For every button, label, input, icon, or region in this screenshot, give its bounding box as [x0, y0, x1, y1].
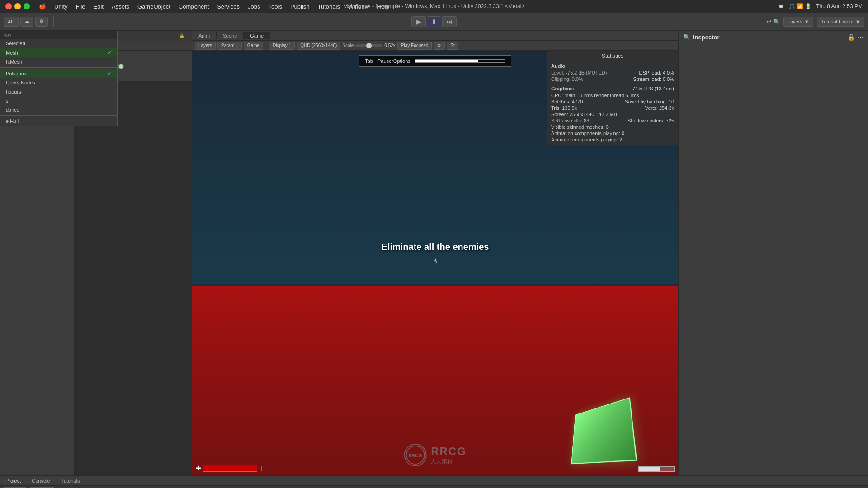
anim-menu-icon: ⋯ [185, 33, 190, 38]
maximize-button[interactable] [24, 3, 30, 9]
ctx-divider-1 [0, 67, 117, 68]
apple-menu[interactable]: 🍎 [39, 3, 46, 10]
console-tab[interactable]: Console [26, 477, 55, 484]
resolution-btn[interactable]: QHD (2560x1440) [297, 42, 340, 50]
watermark-text-group: RRCG 人人素材 [431, 445, 467, 465]
menu-assets[interactable]: Assets [112, 3, 129, 10]
inspector-lock-icon[interactable]: 🔓 [848, 34, 855, 41]
search-icon[interactable]: 🔍 [773, 19, 780, 25]
health-bar: ✚ | [196, 465, 262, 472]
crosshair [430, 257, 441, 270]
ctx-hbours-label: hbours [6, 89, 21, 94]
watermark-subtitle: 人人素材 [431, 458, 467, 465]
settings-button[interactable]: ⚙ [35, 17, 48, 27]
console-toolbar: Clear ▼ Collapse ⊗ 2 ⚠ 1 ℹ 0 [0, 486, 868, 488]
watermark-title: RRCG [431, 445, 467, 458]
bottom-tabs: Project Console Tutorials [0, 476, 868, 486]
ctx-s[interactable]: s [0, 96, 117, 105]
ctx-htmesh[interactable]: htMesh [0, 57, 117, 66]
setpass-row: SetPass calls: 83 Shadow casters: 725 [551, 117, 674, 124]
menu-jobs[interactable]: Jobs [248, 3, 260, 10]
pause-button[interactable]: ⏸ [427, 16, 441, 27]
toolbar-sep-1 [53, 16, 54, 27]
verts-label: Verts: 254.3k [645, 105, 674, 111]
hierarchy-panel: Hier + 🔍 ≡ tion Selected Mesh ✓ [0, 31, 75, 475]
play-button[interactable]: ▶ [411, 16, 426, 27]
menu-tutorials[interactable]: Tutorials [318, 3, 340, 10]
stream-load: Stream load: 0.0% [633, 76, 675, 82]
ctx-selected[interactable]: Selected [0, 39, 117, 48]
stats-title: Statistics [547, 51, 678, 61]
center-area: ▶ Anim 🔒 ⋯ Layers Param Name ◇ OnDamag..… [75, 31, 678, 475]
inspector-controls: 🔓 ⋯ [848, 34, 863, 41]
weapon-box [571, 397, 637, 464]
visible-skinned: Visible skinned meshes: 6 [551, 124, 609, 130]
ctx-hbours[interactable]: hbours [0, 87, 117, 96]
menu-gameobject[interactable]: GameObject [137, 3, 170, 10]
gear-icon: ⚙ [39, 19, 44, 24]
menu-file[interactable]: File [76, 3, 85, 10]
close-button[interactable] [5, 3, 12, 9]
undo-icon: ↩ [767, 19, 771, 25]
gizmos-btn[interactable]: ⚙ [434, 42, 445, 50]
tutorials-tab[interactable]: Tutorials [56, 477, 85, 484]
scale-knob[interactable] [366, 43, 372, 48]
account-button[interactable]: AU [4, 17, 19, 27]
graphics-label: Graphics: [551, 86, 574, 91]
display-btn[interactable]: Display 1 [269, 42, 295, 50]
game-params-btn[interactable]: Param... [217, 42, 242, 50]
layout-chevron-icon: ▼ [855, 19, 860, 24]
game-view[interactable]: Tab PauserOptions [192, 51, 678, 475]
title-bar: 🍎 Unity File Edit Assets GameObject Comp… [0, 0, 868, 13]
cloud-button[interactable]: ☁ [20, 17, 33, 27]
menu-component[interactable]: Component [179, 3, 209, 10]
minimize-button[interactable] [14, 3, 21, 9]
scale-label: Scale [342, 43, 354, 48]
menu-tools[interactable]: Tools [269, 3, 282, 10]
pause-options-label: PauserOptions [377, 58, 410, 64]
audio-level-row: Level: -75.2 dB (MUTED) DSP load: 4.0% [551, 70, 674, 76]
scale-slider[interactable] [355, 44, 382, 47]
ctx-mesh[interactable]: Mesh ✓ [0, 48, 117, 57]
menu-publish[interactable]: Publish [290, 3, 310, 10]
ctx-polygons[interactable]: Polygons ✓ [0, 69, 117, 78]
mac-menu: 🍎 Unity File Edit Assets GameObject Comp… [30, 3, 389, 10]
layout-dropdown[interactable]: Tutorial.Layout ▼ [817, 17, 864, 27]
scene-view-tab[interactable]: Scene [217, 32, 244, 39]
layers-label: Layers [788, 19, 802, 24]
progress-bg [415, 59, 505, 63]
animator-playing: Animator components playing: 2 [551, 137, 622, 142]
setpass-value: SetPass calls: 83 [551, 118, 589, 123]
ctx-querynodes[interactable]: Query Nodes [0, 78, 117, 87]
audio-section: Audio: Level: -75.2 dB (MUTED) DSP load:… [547, 61, 678, 84]
anim-lock-icon: 🔒 [179, 33, 184, 38]
pause-bar: Tab PauserOptions [359, 55, 511, 67]
stats-btn[interactable]: St [447, 42, 458, 50]
layers-dropdown[interactable]: Layers ▼ [783, 17, 813, 27]
menu-services[interactable]: Services [217, 3, 240, 10]
main-layout: Hier + 🔍 ≡ tion Selected Mesh ✓ [0, 31, 868, 475]
project-tab[interactable]: Project [0, 477, 26, 484]
game-layers-btn[interactable]: Layers [195, 42, 216, 50]
play-focused-btn[interactable]: Play Focused [397, 42, 432, 50]
health-fill [203, 465, 257, 472]
inspector-menu-icon[interactable]: ⋯ [858, 34, 863, 41]
screen-value: Screen: 2560x1440 - 42.2 MB [551, 112, 617, 117]
ctx-hull[interactable]: e Hull [0, 117, 117, 126]
step-button[interactable]: ⏭ [442, 16, 457, 27]
weapon-model [565, 403, 633, 462]
traffic-lights [0, 3, 30, 9]
menu-edit[interactable]: Edit [94, 3, 104, 10]
game-view-tab[interactable]: Game [244, 32, 270, 39]
menu-unity[interactable]: Unity [54, 3, 68, 10]
batches-saved: Saved by batching: 10 [625, 99, 674, 104]
anim-view-tab[interactable]: Anim [192, 32, 217, 39]
ctx-selected-label: Selected [6, 41, 25, 46]
shadow-casters: Shadow casters: 725 [627, 118, 674, 123]
ammo-bar [638, 466, 675, 472]
fps-value: 74.5 FPS (13.4ms) [632, 86, 674, 91]
ctx-dance[interactable]: dance [0, 105, 117, 114]
game-label-btn[interactable]: Game [244, 42, 263, 50]
tris-row: Tris: 135.8k Verts: 254.3k [551, 105, 674, 111]
cpu-row: CPU: main 13.4ms render thread 5.1ms [551, 92, 674, 99]
